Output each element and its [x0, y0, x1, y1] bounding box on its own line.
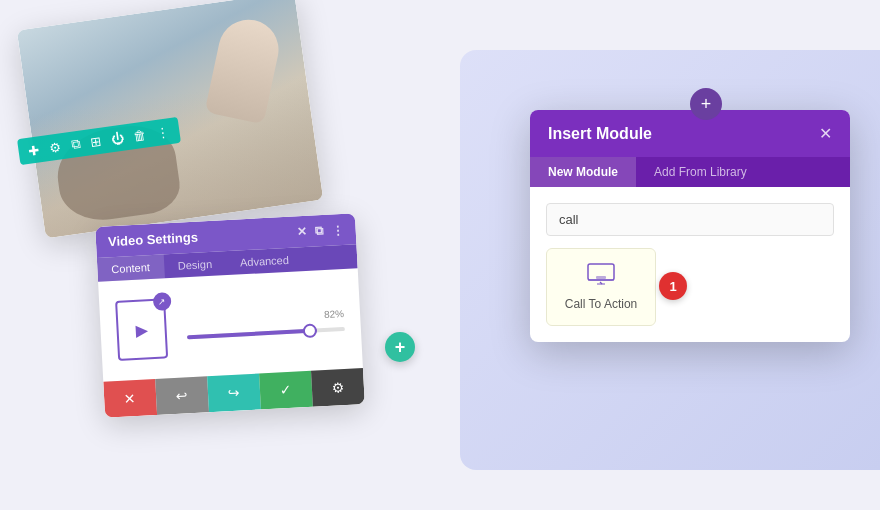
svg-rect-2 [596, 276, 606, 279]
power-icon[interactable]: ⏻ [110, 130, 125, 147]
vs-copy-icon[interactable]: ⧉ [314, 223, 324, 237]
vs-title: Video Settings [108, 230, 199, 250]
im-tabs: New Module Add From Library [530, 157, 850, 187]
grid-icon[interactable]: ⊞ [89, 133, 102, 149]
vs-slider-fill [187, 328, 317, 339]
cta-module-label: Call To Action [565, 297, 638, 311]
call-to-action-module[interactable]: Call To Action [546, 248, 656, 326]
video-settings-panel: Video Settings ✕ ⧉ ⋮ Content Design Adva… [95, 213, 365, 417]
vs-slider-area: 82% [186, 308, 345, 339]
im-close-button[interactable]: ✕ [819, 124, 832, 143]
vs-redo-btn[interactable]: ↪ [207, 374, 261, 413]
step-number-badge: 1 [659, 272, 687, 300]
copy-icon[interactable]: ⧉ [70, 136, 81, 153]
gear-icon[interactable]: ⚙ [48, 139, 62, 156]
vs-settings-btn[interactable]: ⚙ [311, 368, 365, 407]
vs-confirm-btn[interactable]: ✓ [259, 371, 313, 410]
vs-slider-thumb[interactable] [302, 323, 317, 338]
vs-body: ↗ 82% [98, 268, 363, 381]
im-header: Insert Module ✕ [530, 110, 850, 157]
tab-design[interactable]: Design [163, 251, 226, 278]
tab-advanced[interactable]: Advanced [225, 247, 303, 275]
cta-module-icon [587, 263, 615, 291]
tab-new-module[interactable]: New Module [530, 157, 636, 187]
vs-cancel-btn[interactable]: ✕ [103, 379, 157, 418]
insert-module-panel: Insert Module ✕ New Module Add From Libr… [530, 110, 850, 342]
tab-content[interactable]: Content [97, 254, 165, 281]
more-icon[interactable]: ⋮ [155, 124, 170, 141]
trash-icon[interactable]: 🗑 [133, 127, 148, 144]
vs-slider-track[interactable] [187, 327, 345, 339]
im-body: Call To Action [530, 187, 850, 342]
vs-slider-label: 82% [186, 308, 344, 327]
plus-icon[interactable]: ✚ [28, 142, 41, 158]
im-panel-title: Insert Module [548, 125, 652, 143]
vs-more-icon[interactable]: ⋮ [331, 222, 344, 237]
tab-add-from-library[interactable]: Add From Library [636, 157, 765, 187]
vs-undo-btn[interactable]: ↩ [155, 376, 209, 415]
im-top-plus-button[interactable]: + [690, 88, 722, 120]
add-module-button[interactable]: + [385, 332, 415, 362]
vs-close-icon[interactable]: ✕ [296, 224, 307, 239]
vs-file-badge: ↗ [153, 292, 172, 311]
search-input[interactable] [546, 203, 834, 236]
vs-file-icon[interactable]: ↗ [115, 298, 168, 361]
vs-header-icons: ✕ ⧉ ⋮ [296, 222, 344, 238]
hand-element [205, 14, 284, 124]
